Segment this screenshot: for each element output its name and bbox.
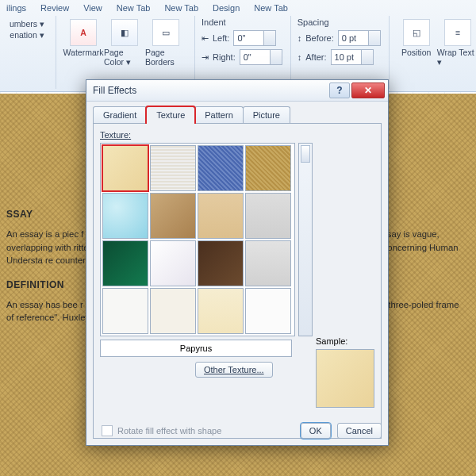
ribbon-tabs: ilings Review View New Tab New Tab Desig…	[0, 0, 476, 13]
ribbon: ilings Review View New Tab New Tab Desig…	[0, 0, 476, 92]
dialog-tabs: Gradient Texture Pattern Picture	[93, 106, 388, 123]
position-button[interactable]: ◱ Position	[396, 17, 437, 89]
spacing-before-label: Before:	[305, 33, 333, 43]
texture-swatch[interactable]	[102, 240, 148, 286]
sample-label: Sample:	[316, 336, 374, 346]
tab-mailings[interactable]: ilings	[6, 3, 26, 13]
texture-swatch[interactable]	[198, 145, 244, 191]
page-borders-icon: ▭	[152, 19, 179, 46]
help-button[interactable]: ?	[329, 83, 350, 98]
texture-scrollbar[interactable]	[298, 143, 313, 336]
indent-left-input[interactable]: 0"	[233, 30, 276, 46]
indent-heading: Indent	[202, 17, 282, 27]
indent-right-icon: ⇥	[202, 52, 209, 63]
tab-picture[interactable]: Picture	[243, 106, 290, 123]
tab-new2[interactable]: New Tab	[164, 3, 198, 13]
texture-swatch[interactable]	[198, 240, 244, 286]
dialog-titlebar[interactable]: Fill Effects ? ✕	[86, 80, 388, 102]
indent-right-input[interactable]: 0"	[240, 49, 282, 65]
position-icon: ◱	[403, 19, 430, 46]
watermark-icon: A	[70, 19, 97, 46]
indent-right-label: Right:	[213, 52, 236, 62]
tab-gradient[interactable]: Gradient	[93, 106, 147, 123]
texture-swatch-papyrus[interactable]	[102, 145, 148, 191]
rotate-checkbox[interactable]	[102, 425, 113, 436]
texture-pane: Texture: Papyrus	[93, 123, 382, 439]
tab-review[interactable]: Review	[40, 3, 69, 13]
texture-swatch[interactable]	[102, 193, 148, 239]
other-texture-button[interactable]: Other Texture...	[195, 362, 273, 378]
texture-swatch[interactable]	[198, 193, 244, 239]
texture-swatch[interactable]	[245, 240, 291, 286]
page-color-icon: ◧	[111, 19, 138, 46]
texture-label: Texture:	[100, 130, 374, 140]
ok-button[interactable]: OK	[301, 423, 331, 439]
tab-new3[interactable]: New Tab	[254, 3, 288, 13]
tab-new1[interactable]: New Tab	[117, 3, 151, 13]
indent-left-label: Left:	[213, 33, 229, 43]
spacing-before-icon: ↕	[298, 33, 302, 43]
fill-effects-dialog: Fill Effects ? ✕ Gradient Texture Patter…	[86, 79, 389, 446]
line-numbers-button[interactable]: umbers ▾ enation ▾	[6, 17, 48, 40]
indent-left-icon: ⇤	[202, 33, 209, 44]
spacing-before-input[interactable]: 0 pt	[338, 30, 381, 46]
texture-swatch[interactable]	[150, 145, 196, 191]
wrap-text-button[interactable]: ≡ Wrap Text ▾	[437, 17, 476, 89]
watermark-button[interactable]: A Watermark	[63, 17, 104, 89]
cancel-button[interactable]: Cancel	[337, 423, 382, 439]
spacing-after-label: After:	[305, 52, 326, 62]
dialog-title-text: Fill Effects	[93, 85, 136, 96]
tab-design[interactable]: Design	[213, 3, 240, 13]
close-button[interactable]: ✕	[351, 83, 385, 98]
texture-swatch[interactable]	[150, 240, 196, 286]
texture-grid	[100, 143, 295, 336]
page-borders-button[interactable]: ▭ Page Borders	[145, 17, 186, 89]
texture-swatch[interactable]	[245, 145, 291, 191]
sample-block: Sample:	[316, 336, 374, 408]
page-color-button[interactable]: ◧ Page Color ▾	[104, 17, 145, 89]
tab-view[interactable]: View	[83, 3, 102, 13]
spacing-heading: Spacing	[298, 17, 381, 27]
texture-swatch[interactable]	[245, 193, 291, 239]
tab-pattern[interactable]: Pattern	[194, 106, 243, 123]
texture-swatch[interactable]	[102, 288, 148, 334]
texture-swatch[interactable]	[198, 288, 244, 334]
spacing-after-icon: ↕	[298, 52, 302, 62]
sample-swatch	[316, 349, 374, 408]
spacing-after-input[interactable]: 10 pt	[331, 49, 374, 65]
wrap-text-icon: ≡	[444, 19, 471, 46]
texture-swatch[interactable]	[150, 288, 196, 334]
texture-swatch[interactable]	[245, 288, 291, 334]
selected-texture-name: Papyrus	[100, 340, 292, 357]
texture-swatch[interactable]	[150, 193, 196, 239]
tab-texture[interactable]: Texture	[146, 106, 195, 123]
rotate-label: Rotate fill effect with shape	[117, 426, 221, 436]
